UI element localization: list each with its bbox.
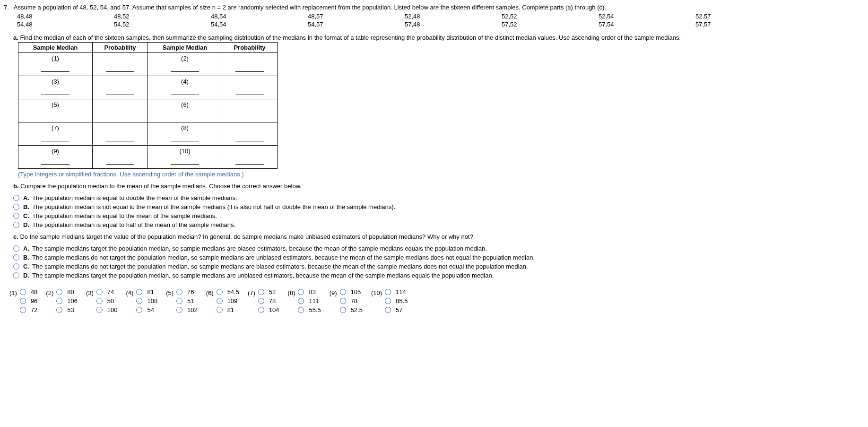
answer-option[interactable]: 80 <box>56 288 78 296</box>
input-blank[interactable] <box>106 118 134 118</box>
option-c-a[interactable]: A.The sample medians target the populati… <box>13 245 864 252</box>
option-b-b[interactable]: B.The population median is not equal to … <box>13 203 864 210</box>
option-b-d[interactable]: D.The population median is equal to half… <box>13 221 864 228</box>
radio-icon[interactable] <box>258 289 264 295</box>
answer-option[interactable]: 50 <box>96 297 118 305</box>
radio-icon[interactable] <box>340 307 346 313</box>
option-b-c[interactable]: C.The population median is equal to the … <box>13 212 864 219</box>
input-blank[interactable] <box>41 164 69 165</box>
input-blank[interactable] <box>41 71 69 72</box>
radio-icon[interactable] <box>385 298 391 304</box>
input-blank[interactable] <box>235 71 264 72</box>
answer-option[interactable]: 74 <box>96 288 118 296</box>
radio-icon[interactable] <box>56 289 62 295</box>
answer-option[interactable]: 114 <box>385 288 408 296</box>
radio-icon[interactable] <box>136 307 142 313</box>
answer-value: 52.5 <box>351 306 363 314</box>
radio-icon[interactable] <box>258 298 264 304</box>
option-c-d[interactable]: D.The sample medians target the populati… <box>13 272 864 279</box>
radio-icon[interactable] <box>13 204 19 210</box>
sample-item: 52,54 <box>599 13 695 20</box>
input-blank[interactable] <box>106 71 134 72</box>
radio-icon[interactable] <box>13 272 19 279</box>
radio-icon[interactable] <box>258 307 264 313</box>
radio-icon[interactable] <box>13 254 19 261</box>
answer-option[interactable]: 54.5 <box>217 288 239 296</box>
input-blank[interactable] <box>106 164 134 165</box>
radio-icon[interactable] <box>298 298 304 304</box>
answer-option[interactable]: 78 <box>258 297 279 305</box>
radio-icon[interactable] <box>13 245 19 252</box>
radio-icon[interactable] <box>96 307 103 313</box>
answer-option[interactable]: 106 <box>56 297 78 305</box>
input-blank[interactable] <box>235 164 264 165</box>
input-blank[interactable] <box>171 164 199 165</box>
option-c-b[interactable]: B.The sample medians do not target the p… <box>13 254 864 261</box>
answer-option[interactable]: 83 <box>298 288 321 296</box>
answer-option[interactable]: 81 <box>217 306 239 314</box>
answer-option[interactable]: 85.5 <box>385 297 408 305</box>
radio-icon[interactable] <box>340 289 346 295</box>
answer-option[interactable]: 96 <box>20 297 37 305</box>
answer-option[interactable]: 81 <box>136 288 157 296</box>
radio-icon[interactable] <box>20 298 26 304</box>
answer-option[interactable]: 102 <box>176 306 198 314</box>
answer-option[interactable]: 52.5 <box>340 306 363 314</box>
radio-icon[interactable] <box>217 307 223 313</box>
input-blank[interactable] <box>171 95 199 95</box>
input-blank[interactable] <box>235 118 264 118</box>
radio-icon[interactable] <box>56 307 62 313</box>
answer-option[interactable]: 78 <box>340 297 363 305</box>
answer-option[interactable]: 108 <box>136 297 157 305</box>
option-label: A. <box>23 194 29 201</box>
radio-icon[interactable] <box>298 289 304 295</box>
answer-option[interactable]: 72 <box>20 306 37 314</box>
input-blank[interactable] <box>41 95 69 95</box>
input-blank[interactable] <box>171 141 199 141</box>
radio-icon[interactable] <box>217 298 223 304</box>
answer-option[interactable]: 105 <box>340 288 363 296</box>
radio-icon[interactable] <box>20 307 26 313</box>
radio-icon[interactable] <box>13 222 19 228</box>
radio-icon[interactable] <box>176 289 182 295</box>
radio-icon[interactable] <box>20 289 26 295</box>
radio-icon[interactable] <box>13 213 19 219</box>
option-c-c[interactable]: C.The sample medians do not target the p… <box>13 263 864 270</box>
radio-icon[interactable] <box>136 289 142 295</box>
answer-option[interactable]: 52 <box>258 288 279 296</box>
radio-icon[interactable] <box>96 298 103 304</box>
input-blank[interactable] <box>41 141 69 141</box>
input-blank[interactable] <box>106 141 134 141</box>
input-blank[interactable] <box>235 141 264 141</box>
answer-option[interactable]: 53 <box>56 306 78 314</box>
input-blank[interactable] <box>106 95 134 95</box>
answer-option[interactable]: 109 <box>217 297 239 305</box>
input-blank[interactable] <box>171 118 199 118</box>
input-blank[interactable] <box>235 95 264 95</box>
radio-icon[interactable] <box>176 307 182 313</box>
option-b-a[interactable]: A.The population median is equal to doub… <box>13 194 864 201</box>
answer-option[interactable]: 57 <box>385 306 408 314</box>
radio-icon[interactable] <box>340 298 346 304</box>
radio-icon[interactable] <box>13 263 19 270</box>
radio-icon[interactable] <box>56 298 62 304</box>
radio-icon[interactable] <box>96 289 103 295</box>
answer-option[interactable]: 55.5 <box>298 306 321 314</box>
input-blank[interactable] <box>171 71 199 72</box>
radio-icon[interactable] <box>13 195 19 201</box>
answer-option[interactable]: 104 <box>258 306 279 314</box>
answer-option[interactable]: 48 <box>20 288 37 296</box>
radio-icon[interactable] <box>298 307 304 313</box>
answer-option[interactable]: 76 <box>176 288 198 296</box>
radio-icon[interactable] <box>385 307 391 313</box>
answer-option[interactable]: 111 <box>298 297 321 305</box>
answer-option[interactable]: 54 <box>136 306 157 314</box>
answer-option[interactable]: 100 <box>96 306 118 314</box>
radio-icon[interactable] <box>385 289 391 295</box>
radio-icon[interactable] <box>176 298 182 304</box>
input-blank[interactable] <box>41 118 69 118</box>
cell-label: (6) <box>148 99 222 108</box>
answer-option[interactable]: 51 <box>176 297 198 305</box>
radio-icon[interactable] <box>136 298 142 304</box>
radio-icon[interactable] <box>217 289 223 295</box>
